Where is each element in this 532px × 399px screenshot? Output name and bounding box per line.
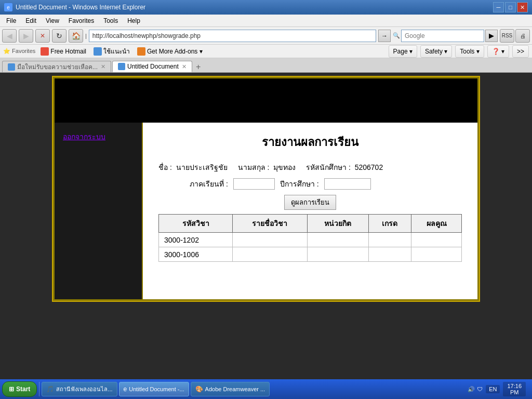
start-button[interactable]: ⊞ Start — [2, 381, 37, 397]
menu-tools[interactable]: Tools — [99, 16, 122, 25]
fav-suggested-label: ใช้แนะนำ — [103, 46, 130, 56]
suggested-icon — [94, 47, 102, 56]
lang-label: EN — [489, 386, 497, 392]
start-icon: ⊞ — [9, 385, 14, 393]
col-name: รายชื่อวิชา — [233, 215, 308, 233]
maximize-button[interactable]: □ — [505, 2, 516, 12]
fav-hotmail[interactable]: Free Hotmail — [38, 46, 88, 57]
address-input[interactable]: http://localhost/newphp/showgrade.php — [89, 30, 376, 42]
menu-bar: File Edit View Favorites Tools Help — [0, 15, 532, 27]
tab1-icon — [8, 63, 15, 71]
add-tab-button[interactable]: + — [193, 62, 204, 72]
col-points: ผลคูณ — [411, 215, 462, 233]
taskbar-item-3[interactable]: 🎨 Adobe Dreamweaver ... — [191, 382, 270, 396]
fav-addons[interactable]: Get More Add-ons ▾ — [135, 46, 205, 57]
page-container: ออกจากระบบ รายงานผลการเรียน ชื่อ : นายปร… — [53, 77, 479, 301]
content-area: ออกจากระบบ รายงานผลการเรียน ชื่อ : นายปร… — [0, 73, 532, 387]
logout-link[interactable]: ออกจากระบบ — [63, 132, 105, 141]
name-value: นายประเสริฐชัย — [176, 163, 228, 171]
favorites-bar: ⭐ Favorites Free Hotmail ใช้แนะนำ Get Mo… — [0, 45, 532, 58]
print-button[interactable]: 🖨 — [515, 29, 530, 43]
col-grade: เกรด — [368, 215, 411, 233]
student-id-area: รหัสนักศึกษา : 5206702 — [306, 162, 383, 173]
subject-code-1: 3000-1202 — [159, 233, 233, 247]
help-button[interactable]: ❓ ▾ — [487, 45, 509, 58]
tab1-close[interactable]: ✕ — [101, 63, 105, 70]
subject-name-2 — [233, 247, 308, 262]
taskbar-item2-icon: e — [124, 385, 127, 393]
page-title: รายงานผลการเรียน — [158, 133, 462, 151]
query-button[interactable]: ดูผลการเรียน — [284, 195, 336, 210]
go-button[interactable]: → — [378, 30, 391, 42]
subject-name-1 — [233, 233, 308, 247]
language-indicator[interactable]: EN — [486, 385, 500, 393]
page-body: ออกจากระบบ รายงานผลการเรียน ชื่อ : นายปร… — [55, 123, 477, 299]
subject-credit-2 — [307, 247, 368, 262]
search-area: 🔍 ▶ — [393, 30, 498, 42]
favorites-label: ⭐ Favorites — [3, 48, 35, 55]
taskbar-item2-label: Untitled Document -... — [129, 386, 184, 392]
address-bar: | http://localhost/newphp/showgrade.php … — [85, 30, 391, 42]
subject-points-2 — [411, 247, 462, 262]
tab-1[interactable]: มือใหม่รับขอความช่วยเหือค... ✕ — [2, 61, 111, 72]
back-button[interactable]: ◀ — [2, 29, 17, 43]
forward-button[interactable]: ▶ — [19, 29, 33, 43]
address-label: | — [85, 33, 87, 39]
tray-icon1: 🔊 — [468, 386, 475, 393]
tab2-label: Untitled Document — [127, 63, 179, 70]
hotmail-icon — [41, 47, 49, 56]
subject-credit-1 — [307, 233, 368, 247]
main-content: รายงานผลการเรียน ชื่อ : นายประเสริฐชัย น… — [143, 123, 477, 299]
menu-edit[interactable]: Edit — [21, 16, 41, 25]
taskbar-item-1[interactable]: 🎵 สถานีฟังเพลงออนไล... — [42, 382, 117, 396]
fav-hotmail-label: Free Hotmail — [50, 48, 86, 55]
search-button[interactable]: ▶ — [485, 30, 498, 42]
table-row: 3000-1202 — [159, 233, 462, 247]
subject-code-2: 3000-1006 — [159, 247, 233, 262]
query-button-container: ดูผลการเรียน — [158, 195, 462, 210]
name-label: ชื่อ : นายประเสริฐชัย — [158, 162, 228, 173]
minimize-button[interactable]: ─ — [493, 2, 504, 12]
taskbar-right: 🔊 🛡 EN 17:16 PM — [463, 382, 530, 396]
col-code: รหัสวิชา — [159, 215, 233, 233]
taskbar-item3-label: Adobe Dreamweaver ... — [205, 386, 265, 392]
page-header — [55, 78, 477, 123]
system-clock: 17:16 PM — [503, 382, 526, 396]
subject-grade-1 — [368, 233, 411, 247]
nav-extra-buttons: RSS 🖨 — [500, 29, 530, 43]
close-button[interactable]: ✕ — [517, 2, 528, 12]
search-input[interactable] — [401, 30, 484, 42]
nav-bar: ◀ ▶ ✕ ↻ 🏠 | http://localhost/newphp/show… — [0, 27, 532, 45]
subject-points-1 — [411, 233, 462, 247]
menu-view[interactable]: View — [42, 16, 63, 25]
taskbar-item-2[interactable]: e Untitled Document -... — [119, 382, 189, 396]
menu-favorites[interactable]: Favorites — [64, 16, 98, 25]
tab-2[interactable]: Untitled Document ✕ — [112, 61, 192, 72]
tray-icon2: 🛡 — [477, 386, 483, 393]
window-title: Untitled Document - Windows Internet Exp… — [16, 4, 145, 11]
taskbar-item3-icon: 🎨 — [195, 385, 203, 393]
rss-button[interactable]: RSS — [500, 29, 514, 43]
addons-icon — [137, 47, 145, 56]
tab1-label: มือใหม่รับขอความช่วยเหือค... — [17, 62, 98, 72]
menu-file[interactable]: File — [2, 16, 20, 25]
stop-button[interactable]: ✕ — [35, 29, 50, 43]
safety-button[interactable]: Safety ▾ — [420, 45, 452, 58]
extra-button[interactable]: >> — [512, 45, 529, 58]
clock-time: 17:16 — [507, 383, 522, 389]
browser-icon: e — [4, 3, 12, 11]
fav-suggested[interactable]: ใช้แนะนำ — [91, 45, 132, 57]
semester-input[interactable] — [233, 178, 275, 190]
tab2-icon — [118, 63, 125, 70]
tools-button[interactable]: Tools ▾ — [455, 45, 484, 58]
tab2-close[interactable]: ✕ — [182, 63, 187, 70]
year-input[interactable] — [324, 178, 371, 190]
year-label: ปีการศึกษา : — [280, 178, 319, 190]
taskbar-items: 🎵 สถานีฟังเพลงออนไล... e Untitled Docume… — [42, 382, 461, 396]
menu-help[interactable]: Help — [123, 16, 144, 25]
window-controls: ─ □ ✕ — [493, 2, 528, 12]
page-button[interactable]: Page ▾ — [389, 45, 417, 58]
refresh-button[interactable]: ↻ — [52, 29, 66, 43]
taskbar-separator1 — [39, 382, 39, 396]
home-button[interactable]: 🏠 — [69, 29, 83, 43]
